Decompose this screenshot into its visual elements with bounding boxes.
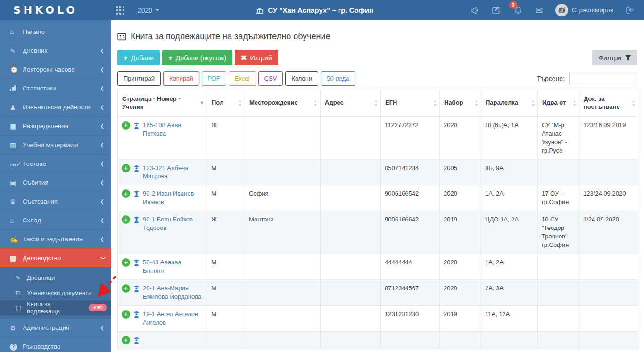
sort-icons: ▲▼ xyxy=(314,99,317,106)
sidebar-item-sastezaniya[interactable]: ♛ Състезания ❮ xyxy=(0,192,111,211)
student-icon xyxy=(133,165,140,172)
notifications-bell-icon[interactable]: 3 xyxy=(513,6,523,15)
trophy-icon: ♛ xyxy=(10,198,23,205)
address-cell xyxy=(321,185,381,211)
sidebar-item-sabitiya[interactable]: ▣ Събития ❮ xyxy=(0,173,111,192)
sidebar-item-sklad[interactable]: ⌂ Склад ❮ xyxy=(0,211,111,229)
student-link[interactable]: 90-2 Иван Иванов Иванов xyxy=(143,189,203,206)
edit-icon: ✎ xyxy=(10,48,23,54)
header-enrollment-year[interactable]: Набор ▲▼ xyxy=(440,90,481,117)
enrollment-year-cell: 2019 xyxy=(440,211,481,254)
sort-icons: ▲▼ xyxy=(374,99,378,106)
enrollment-year-cell: 2020 xyxy=(440,116,481,159)
compose-edit-icon[interactable] xyxy=(492,6,501,15)
sidebar-item-razpredeleniya[interactable]: ▦ Разпределения ❮ xyxy=(0,116,111,135)
csv-button[interactable]: CSV xyxy=(258,71,283,86)
print-button[interactable]: Принтирай xyxy=(117,71,161,86)
header-page-number-student[interactable]: Страница - Номер - Ученик ▼ xyxy=(118,90,207,117)
submenu-item-dnevnitsi[interactable]: ✎ Дневници xyxy=(0,270,111,285)
search-input[interactable] xyxy=(569,72,637,85)
header-class[interactable]: Паралелка ▲▼ xyxy=(481,90,538,117)
expand-row-plus-icon[interactable]: + xyxy=(122,121,130,130)
delete-button[interactable]: ✖ Изтрий xyxy=(235,50,278,65)
egn-cell xyxy=(381,331,440,349)
gears-icon: ⚙ xyxy=(10,325,23,331)
header-entry-document[interactable]: Док. за постъпване ▲▼ xyxy=(579,90,638,117)
shkolo-logo[interactable]: SHKOLO xyxy=(0,4,111,16)
sidebar-item-lektorski-chasove[interactable]: ⌚ Лекторски часове ❮ xyxy=(0,60,111,79)
sidebar-item-dnevnik[interactable]: ✎ Дневник ❮ xyxy=(0,41,111,60)
expand-row-plus-icon[interactable]: + xyxy=(122,258,130,267)
topbar: SHKOLO 2020 СУ "Хан Аспарух" – гр. София… xyxy=(0,0,644,20)
chevron-left-icon: ❮ xyxy=(100,67,104,72)
submenu-item-kniga-za-podlezhashti[interactable]: ▤ Книга за подлежащи ново xyxy=(0,300,111,315)
announcements-megaphone-icon[interactable] xyxy=(470,6,479,15)
expand-row-plus-icon[interactable]: + xyxy=(122,164,130,172)
gender-cell: Ж xyxy=(207,211,245,254)
header-birthplace[interactable]: Месторождение ▲▼ xyxy=(245,90,321,117)
student-cell: + 165-108 Анна Петкова xyxy=(118,116,207,159)
sidebar-item-testove[interactable]: AB✓ Тестове ❮ xyxy=(0,154,111,173)
header-comes-from[interactable]: Идва от ▲▼ xyxy=(538,90,579,117)
add-bulk-button[interactable]: + Добави (вкупом) xyxy=(162,50,232,65)
expand-row-plus-icon[interactable]: + xyxy=(122,189,130,198)
table-row: + 123-321 Албена Митрова М 0507141234 20… xyxy=(118,159,638,185)
chevron-left-icon: ❮ xyxy=(100,325,104,330)
sort-icons: ▲▼ xyxy=(433,99,437,106)
student-link[interactable]: 20-1 Ана-Мария Емилова Йорданова xyxy=(143,284,203,301)
columns-button[interactable]: Колони xyxy=(285,71,318,86)
excel-button[interactable]: Excel xyxy=(229,71,256,86)
student-link[interactable]: 19-1 Ангел Ангелов Ангелов xyxy=(143,310,203,327)
comes-from-cell xyxy=(538,305,579,331)
header-address[interactable]: Адрес ▲▼ xyxy=(321,90,381,117)
submenu-item-uchenicheski-dokumenti[interactable]: ⊡ Ученически документи xyxy=(0,285,111,300)
entry-document-cell xyxy=(579,279,638,305)
chevron-left-icon: ❮ xyxy=(100,199,104,204)
sort-icons: ▲▼ xyxy=(475,99,478,106)
entry-document-cell: 123/24.09.2020 xyxy=(579,185,638,211)
school-year-value: 2020 xyxy=(138,7,152,14)
sidebar-item-izvanklasni-deynosti[interactable]: ♟ Извънкласни дейности ❮ xyxy=(0,98,111,116)
student-link[interactable]: 123-321 Албена Митрова xyxy=(143,164,203,181)
messages-envelope-icon[interactable]: ✉ xyxy=(535,6,543,15)
chart-icon xyxy=(10,85,23,92)
expand-row-plus-icon[interactable]: + xyxy=(122,215,130,224)
student-link[interactable]: 50-43 Аааааа Бннннн xyxy=(143,258,203,275)
student-cell: + 50-43 Аааааа Бннннн xyxy=(118,254,207,280)
sidebar-item-rakovodstvo[interactable]: ? Ръководство xyxy=(0,337,111,352)
sidebar-item-home[interactable]: ⌂ Начало xyxy=(0,22,111,41)
class-cell: 1А, 2А xyxy=(481,254,538,280)
expand-row-plus-icon[interactable]: + xyxy=(122,336,130,344)
topbar-icons: 3 ✉ Страшимиров xyxy=(470,4,644,16)
add-button[interactable]: + Добави xyxy=(117,50,160,65)
id-card-icon: ⊡ xyxy=(16,290,27,296)
filters-button[interactable]: Филтри xyxy=(592,50,637,65)
sidebar-item-taksi-i-zadalzheniya[interactable]: ✍ Такси и задължения ❮ xyxy=(0,229,111,248)
logout-icon[interactable] xyxy=(626,6,635,14)
chevron-left-icon: ❮ xyxy=(100,180,104,185)
expand-row-plus-icon[interactable]: + xyxy=(122,310,130,319)
expand-row-plus-icon[interactable]: + xyxy=(122,284,130,293)
student-link[interactable]: 90-1 Боян Бойков Тодоров xyxy=(143,215,203,232)
avatar xyxy=(555,4,568,16)
sidebar-item-statistiki[interactable]: Статистики ❮ xyxy=(0,79,111,98)
user-menu[interactable]: Страшимиров xyxy=(555,4,613,16)
sidebar-item-delovodstvo[interactable]: ▤ Деловодство ❮ xyxy=(0,248,111,267)
rows-per-page-button[interactable]: 50 реда xyxy=(321,71,355,86)
student-cell: + xyxy=(118,331,207,349)
school-year-selector[interactable]: 2020 xyxy=(138,7,159,14)
apps-grid-icon[interactable] xyxy=(116,6,124,15)
header-gender[interactable]: Пол ▲▼ xyxy=(207,90,245,117)
table-header-row: Страница - Номер - Ученик ▼ Пол ▲▼ Место… xyxy=(118,90,638,117)
sidebar-item-uchebni-materiali[interactable]: ▥ Учебни материали ❮ xyxy=(0,135,111,154)
header-egn[interactable]: ЕГН ▲▼ xyxy=(381,90,440,117)
copy-button[interactable]: Копирай xyxy=(163,71,199,86)
sidebar-item-administratsiya[interactable]: ⚙ Администрация ❮ xyxy=(0,318,111,337)
gender-cell xyxy=(207,331,245,349)
runner-icon: ♟ xyxy=(10,104,23,111)
fees-icon: ✍ xyxy=(10,236,23,243)
user-name: Страшимиров xyxy=(572,7,613,14)
student-link[interactable]: 165-108 Анна Петкова xyxy=(143,121,203,138)
pdf-button[interactable]: PDF xyxy=(202,71,226,86)
student-icon xyxy=(133,190,140,197)
